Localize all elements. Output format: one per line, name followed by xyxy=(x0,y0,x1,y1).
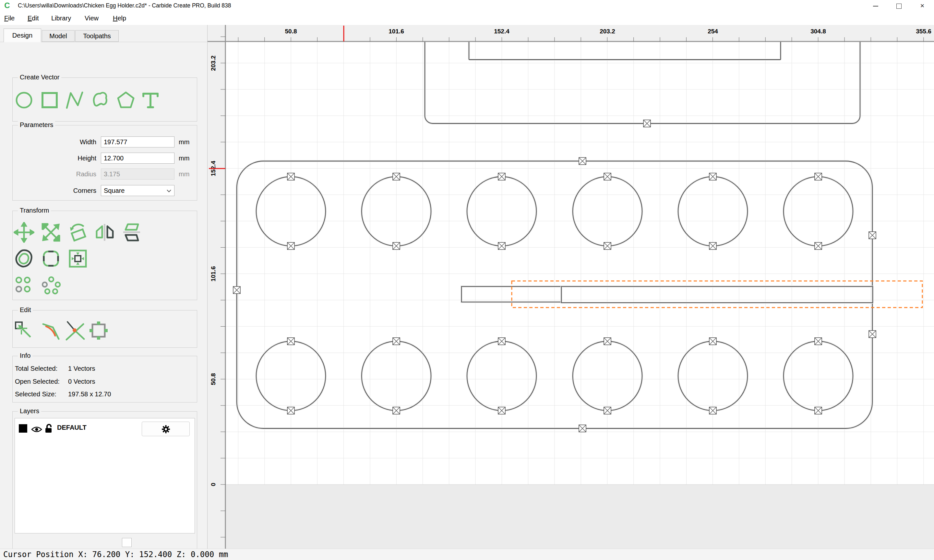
group-title: Edit xyxy=(18,306,33,314)
vector-node-marker[interactable] xyxy=(709,338,717,345)
vector-node-marker[interactable] xyxy=(709,173,717,180)
curve-tool-icon[interactable] xyxy=(90,90,111,111)
vector-node-marker[interactable] xyxy=(709,407,717,414)
group-title: Parameters xyxy=(18,121,55,129)
ruler-label: 355.6 xyxy=(916,28,931,35)
width-row: Widthmm xyxy=(13,136,197,148)
vector-node-marker[interactable] xyxy=(815,338,822,345)
polyline-tool-icon[interactable] xyxy=(65,90,86,111)
group-title: Transform xyxy=(18,207,51,214)
rotate-tool-icon[interactable] xyxy=(68,222,88,243)
vector-node-marker[interactable] xyxy=(393,173,400,180)
ruler-label: 101.6 xyxy=(210,266,217,282)
vector-node-marker[interactable] xyxy=(393,338,400,345)
design-canvas[interactable]: 50.8101.6152.4203.2254304.8355.6203.2152… xyxy=(208,25,934,549)
vector-node-marker[interactable] xyxy=(815,407,822,414)
fillet-tool-icon[interactable] xyxy=(42,320,63,341)
vector-node-marker[interactable] xyxy=(393,407,400,414)
close-button[interactable]: × xyxy=(911,0,934,11)
vector-node-marker[interactable] xyxy=(604,338,611,345)
circular-array-tool-icon[interactable] xyxy=(40,275,61,296)
vector-node-marker[interactable] xyxy=(869,232,876,239)
create-vector-group: Create Vector xyxy=(12,77,197,122)
height-input[interactable] xyxy=(101,152,174,164)
node-edit-tool-icon[interactable] xyxy=(14,320,34,341)
flip-vertical-tool-icon[interactable] xyxy=(121,222,142,243)
layer-unlocked-icon[interactable] xyxy=(45,423,54,434)
vector-node-marker[interactable] xyxy=(498,242,505,249)
vector-node-marker[interactable] xyxy=(604,407,611,414)
vector-node-marker[interactable] xyxy=(815,242,822,249)
menu-bar: FileEditLibraryViewHelp xyxy=(0,11,934,25)
corners-select[interactable]: Square xyxy=(101,185,174,196)
ruler-label: 304.8 xyxy=(811,28,826,35)
transform-group: Transform xyxy=(12,211,197,300)
restore-button[interactable] xyxy=(887,0,911,11)
ruler-label: 203.2 xyxy=(600,28,615,35)
layer-name: DEFAULT xyxy=(57,424,86,431)
window-title: C:\Users\willa\Downloads\Chicken Egg Hol… xyxy=(18,0,231,11)
vector-node-marker[interactable] xyxy=(709,242,717,249)
vector-node-marker[interactable] xyxy=(604,173,611,180)
tab-design[interactable]: Design xyxy=(3,29,41,42)
trim-tool-icon[interactable] xyxy=(65,320,85,341)
vector-node-marker[interactable] xyxy=(643,120,650,127)
edit-group: Edit xyxy=(12,310,197,348)
polygon-tool-icon[interactable] xyxy=(116,90,136,111)
layers-list[interactable]: DEFAULT xyxy=(15,418,195,534)
height-label: Height xyxy=(13,152,96,164)
circle-tool-icon[interactable] xyxy=(14,90,35,111)
ruler-label: 0 xyxy=(210,483,217,486)
vector-handles-tool-icon[interactable] xyxy=(88,320,109,341)
group-title: Info xyxy=(18,352,32,359)
vector-node-marker[interactable] xyxy=(579,157,586,165)
layer-settings-button[interactable] xyxy=(142,422,190,436)
move-tool-icon[interactable] xyxy=(14,222,34,243)
design-canvas-area[interactable]: 50.8101.6152.4203.2254304.8355.6203.2152… xyxy=(208,25,934,549)
layer-color-swatch[interactable] xyxy=(19,424,27,432)
layer-visibility-eye-icon[interactable] xyxy=(31,426,42,433)
info-value: 197.58 x 12.70 xyxy=(68,391,111,398)
corners-row: Corners Square xyxy=(13,185,197,196)
linear-array-tool-icon[interactable] xyxy=(14,275,34,296)
menu-file[interactable]: File xyxy=(4,11,15,25)
rectangle-tool-icon[interactable] xyxy=(40,90,60,111)
vector-node-marker[interactable] xyxy=(287,173,294,180)
unit-label: mm xyxy=(179,152,190,164)
vector-node-marker[interactable] xyxy=(869,331,876,338)
left-panel: DesignModelToolpaths Create Vector Param… xyxy=(0,25,208,549)
menu-view[interactable]: View xyxy=(85,11,99,25)
offset-vectors-tool-icon[interactable] xyxy=(14,248,34,269)
vector-node-marker[interactable] xyxy=(815,173,822,180)
minimize-button[interactable] xyxy=(864,0,887,11)
width-input[interactable] xyxy=(101,137,174,148)
parameters-group: Parameters WidthmmHeightmmRadiusmm Corne… xyxy=(12,125,197,201)
vector-node-marker[interactable] xyxy=(498,407,505,414)
vector-node-marker[interactable] xyxy=(498,338,505,345)
panel-resize-handle[interactable] xyxy=(122,538,132,547)
vector-node-marker[interactable] xyxy=(604,242,611,249)
info-label: Open Selected: xyxy=(15,378,60,385)
unit-label: mm xyxy=(179,168,190,180)
chevron-down-icon xyxy=(166,189,171,192)
vector-node-marker[interactable] xyxy=(498,173,505,180)
tab-toolpaths[interactable]: Toolpaths xyxy=(75,30,119,42)
menu-library[interactable]: Library xyxy=(51,11,71,25)
inset-tool-icon[interactable] xyxy=(68,248,88,269)
vector-node-marker[interactable] xyxy=(287,242,294,249)
tab-model[interactable]: Model xyxy=(42,30,75,42)
menu-help[interactable]: Help xyxy=(113,11,126,25)
ruler-label: 203.2 xyxy=(210,55,217,71)
vector-node-marker[interactable] xyxy=(287,407,294,414)
info-group: Info Total Selected:1 VectorsOpen Select… xyxy=(12,356,197,403)
flip-horizontal-tool-icon[interactable] xyxy=(94,222,115,243)
vector-node-marker[interactable] xyxy=(287,338,294,345)
menu-edit[interactable]: Edit xyxy=(28,11,39,25)
text-tool-icon[interactable] xyxy=(141,90,162,111)
vector-node-marker[interactable] xyxy=(579,425,586,432)
vector-node-marker[interactable] xyxy=(233,286,240,294)
scale-tool-icon[interactable] xyxy=(40,222,61,243)
height-row: Heightmm xyxy=(13,152,197,164)
vector-node-marker[interactable] xyxy=(393,242,400,249)
round-corners-tool-icon[interactable] xyxy=(40,248,61,269)
